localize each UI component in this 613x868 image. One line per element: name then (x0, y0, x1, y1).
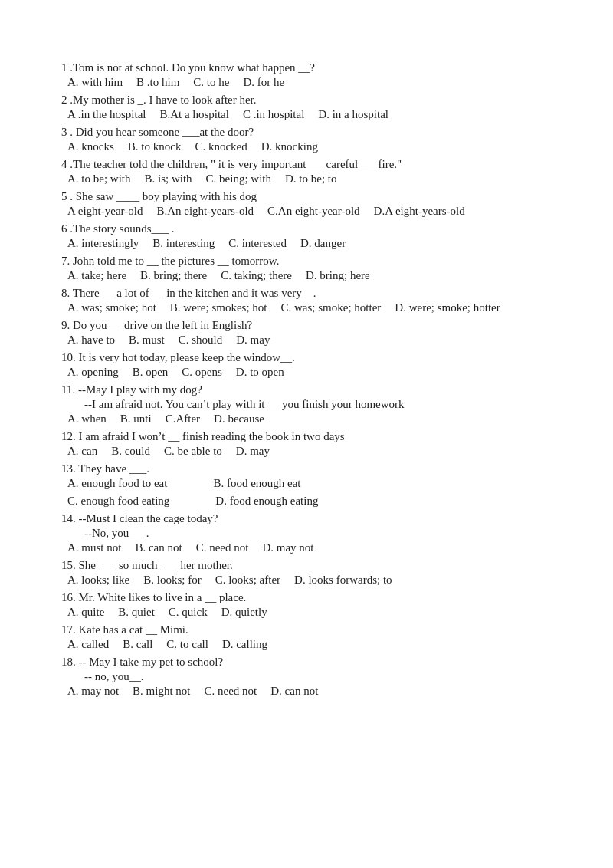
option-item[interactable]: A. opening (67, 366, 119, 378)
option-item[interactable]: C. to he (193, 76, 229, 88)
option-item[interactable]: C. knocked (195, 140, 247, 153)
option-item[interactable]: A. must not (67, 541, 121, 554)
option-item[interactable]: A. take; here (67, 269, 126, 281)
option-item[interactable]: A. knocks (67, 140, 114, 153)
option-item[interactable]: D. to be; to (285, 173, 337, 185)
option-item[interactable]: C.An eight-year-old (267, 205, 360, 217)
option-item[interactable]: B. is; with (145, 173, 192, 185)
option-item[interactable]: C. was; smoke; hotter (280, 301, 381, 314)
question-text: 12. I am afraid I won’t __ finish readin… (61, 430, 567, 443)
option-item[interactable]: C. interested (228, 237, 287, 249)
options-line: A. must notB. can notC. need notD. may n… (61, 541, 567, 554)
option-item[interactable]: A. when (67, 413, 107, 425)
option-item[interactable]: A. may not (67, 685, 119, 697)
option-item[interactable]: A. enough food to eat (67, 477, 167, 489)
option-item[interactable]: D. can not (270, 685, 318, 697)
option-item[interactable]: D. danger (300, 237, 346, 249)
option-item[interactable]: A. to be; with (67, 173, 131, 185)
option-item[interactable]: A. called (67, 638, 109, 650)
option-item[interactable]: D. for he (243, 76, 284, 88)
option-item[interactable]: A. can (67, 445, 97, 457)
option-item[interactable]: D. food enough eating (215, 495, 318, 507)
option-item[interactable]: A. quite (67, 606, 104, 618)
option-item[interactable]: B. call (123, 638, 152, 650)
option-item[interactable]: C. need not (205, 685, 257, 697)
option-item[interactable]: B. could (111, 445, 150, 457)
option-item[interactable]: C. taking; there (221, 269, 292, 281)
options-line: A. whenB. untiC.AfterD. because (61, 413, 567, 426)
option-item[interactable]: C. to call (166, 638, 208, 650)
question-text: 9. Do you __ drive on the left in Englis… (61, 319, 567, 332)
option-item[interactable]: D. quietly (221, 606, 267, 618)
option-item[interactable]: C. quick (169, 606, 208, 618)
question-text: 16. Mr. White likes to live in a __ plac… (61, 591, 567, 604)
option-item[interactable]: B. open (133, 366, 169, 378)
question-text: 17. Kate has a cat __ Mimi. (61, 623, 567, 636)
option-item[interactable]: C. should (179, 334, 223, 346)
option-item[interactable]: B. interesting (152, 237, 215, 249)
option-item[interactable]: A. was; smoke; hot (67, 301, 156, 314)
option-item[interactable]: D. looks forwards; to (294, 574, 392, 586)
option-item[interactable]: B. must (129, 334, 165, 346)
option-item[interactable]: D. in a hospital (318, 108, 388, 120)
option-item[interactable]: A. have to (67, 334, 115, 346)
options-line: A. take; hereB. bring; thereC. taking; t… (61, 269, 567, 282)
question-text: 6 .The story sounds___ . (61, 222, 567, 235)
option-item[interactable]: A. with him (67, 76, 123, 88)
option-item[interactable]: B. unti (120, 413, 152, 425)
option-item[interactable]: C.After (166, 413, 200, 425)
question-text: 18. -- May I take my pet to school? (61, 656, 567, 669)
option-item[interactable]: C. be able to (164, 445, 222, 457)
option-item[interactable]: C. looks; after (215, 574, 280, 586)
options-line: A eight-year-oldB.An eight-years-oldC.An… (61, 205, 567, 218)
question-block: 14. --Must I clean the cage today?--No, … (61, 512, 567, 554)
option-item[interactable]: B. food enough eat (213, 477, 300, 489)
option-item[interactable]: D. bring; here (306, 269, 370, 281)
option-item[interactable]: A .in the hospital (67, 108, 146, 120)
question-block: 7. John told me to __ the pictures __ to… (61, 255, 567, 282)
option-item[interactable]: D. because (214, 413, 264, 425)
options-line: A. quiteB. quietC. quickD. quietly (61, 606, 567, 619)
option-item[interactable]: B. might not (133, 685, 190, 697)
option-item[interactable]: B .to him (136, 76, 179, 88)
question-block: 12. I am afraid I won’t __ finish readin… (61, 430, 567, 458)
option-item[interactable]: C .in hospital (243, 108, 304, 120)
question-block: 13. They have ___.A. enough food to eatB… (61, 462, 567, 508)
option-item[interactable]: B. can not (135, 541, 182, 554)
option-item[interactable]: B. bring; there (140, 269, 207, 281)
option-item[interactable]: D. to open (236, 366, 284, 378)
question-block: 10. It is very hot today, please keep th… (61, 351, 567, 379)
option-item[interactable]: C. enough food eating (67, 495, 169, 507)
option-item[interactable]: B.At a hospital (160, 108, 229, 120)
question-block: 11. --May I play with my dog?--I am afra… (61, 383, 567, 426)
question-text: 4 .The teacher told the children, " it i… (61, 158, 567, 171)
option-item[interactable]: D. calling (222, 638, 267, 650)
question-block: 8. There __ a lot of __ in the kitchen a… (61, 287, 567, 314)
options-line: A. interestinglyB. interestingC. interes… (61, 237, 567, 250)
options-line: A. looks; likeB. looks; forC. looks; aft… (61, 574, 567, 587)
option-item[interactable]: A eight-year-old (67, 205, 143, 217)
option-item[interactable]: B. were; smokes; hot (170, 301, 267, 314)
option-item[interactable]: B. to knock (128, 140, 182, 153)
option-item[interactable]: C. being; with (206, 173, 271, 185)
options-line: A .in the hospitalB.At a hospitalC .in h… (61, 108, 567, 121)
options-row1: A. enough food to eatB. food enough eat (61, 477, 567, 490)
option-item[interactable]: D. were; smoke; hotter (395, 301, 500, 314)
option-item[interactable]: B. quiet (118, 606, 155, 618)
question-block: 5 . She saw ____ boy playing with his do… (61, 190, 567, 218)
option-item[interactable]: B. looks; for (143, 574, 201, 586)
option-item[interactable]: D.A eight-years-old (374, 205, 465, 217)
question-block: 1 .Tom is not at school. Do you know wha… (61, 61, 567, 89)
option-item[interactable]: A. interestingly (67, 237, 139, 249)
options-line: A. knocksB. to knockC. knockedD. knockin… (61, 140, 567, 153)
option-item[interactable]: C. need not (196, 541, 249, 554)
option-item[interactable]: A. looks; like (67, 574, 129, 586)
option-item[interactable]: C. opens (182, 366, 222, 378)
question-text: 8. There __ a lot of __ in the kitchen a… (61, 287, 567, 300)
option-item[interactable]: D. may not (262, 541, 313, 554)
option-item[interactable]: B.An eight-years-old (156, 205, 254, 217)
options-line: A. canB. couldC. be able toD. may (61, 445, 567, 458)
option-item[interactable]: D. may (236, 334, 270, 346)
option-item[interactable]: D. knocking (261, 140, 318, 153)
option-item[interactable]: D. may (236, 445, 270, 457)
